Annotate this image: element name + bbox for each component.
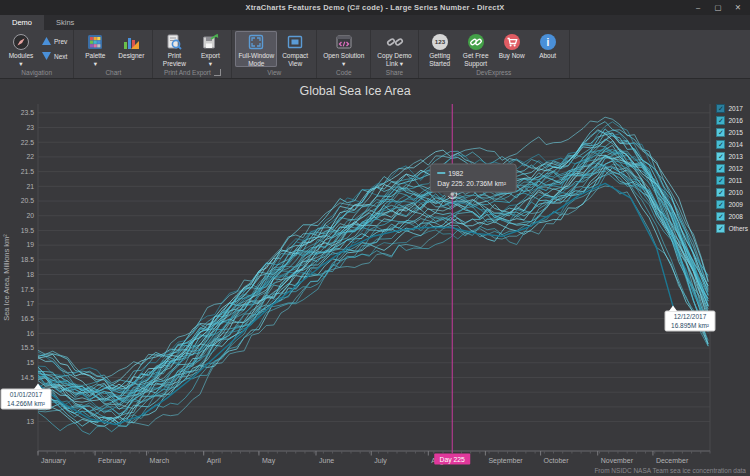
- print-preview-icon: [165, 33, 183, 51]
- tab-demo[interactable]: Demo: [0, 15, 44, 30]
- ribbon-button-label: Palette: [85, 52, 105, 60]
- ribbon-group-label: Chart: [75, 67, 151, 78]
- legend-checkbox-icon[interactable]: ✓: [716, 116, 725, 125]
- legend-checkbox-icon[interactable]: ✓: [716, 128, 725, 137]
- maximize-button[interactable]: ▢: [708, 0, 728, 15]
- x-axis: JanuaryFebruaryMarchAprilMayJuneJulyAugu…: [38, 451, 710, 465]
- series-lines[interactable]: [38, 117, 708, 434]
- ribbon-button-designer[interactable]: Designer: [113, 31, 149, 67]
- chart-canvas: Global Sea Ice Area 1313.51414.51515.516…: [0, 79, 750, 476]
- ribbon-button-prev[interactable]: Prev: [42, 37, 67, 46]
- palette-icon: [86, 33, 104, 51]
- y-tick-label: 19: [26, 241, 34, 248]
- ribbon-small-button-stack: PrevNext: [39, 31, 70, 67]
- app-window: XtraCharts Features Demo (C# code) - Lar…: [0, 0, 750, 476]
- ribbon-button-buy-now[interactable]: Buy Now: [494, 31, 530, 67]
- ribbon-button-label: ▾: [209, 60, 212, 68]
- legend-item-2013[interactable]: ✓2013: [716, 151, 748, 162]
- month-label: October: [544, 457, 570, 464]
- y-tick-label: 22.5: [21, 139, 34, 146]
- legend-checkbox-icon[interactable]: ✓: [716, 164, 725, 173]
- legend-item-2015[interactable]: ✓2015: [716, 127, 748, 138]
- legend-item-2017[interactable]: ✓2017: [716, 103, 748, 114]
- series-line[interactable]: [38, 147, 708, 391]
- legend-checkbox-icon[interactable]: ✓: [716, 212, 725, 221]
- ribbon-group-label: Share: [372, 67, 416, 78]
- link-icon: [386, 33, 404, 51]
- ribbon-button-getting-started[interactable]: 123GettingStarted: [422, 31, 458, 67]
- legend-checkbox-icon[interactable]: ✓: [716, 200, 725, 209]
- legend-label: 2015: [728, 129, 742, 136]
- ribbon-button-next[interactable]: Next: [42, 52, 67, 61]
- month-label: March: [150, 457, 170, 464]
- compact-view-icon: [286, 33, 304, 51]
- ribbon-button-export[interactable]: Export▾: [192, 31, 228, 67]
- annotation-date: 12/12/2017: [674, 313, 707, 320]
- ribbon-button-full-window-mode[interactable]: Full-WindowMode: [235, 31, 277, 67]
- series-line[interactable]: [38, 166, 708, 408]
- chart-annotation[interactable]: 12/12/201716.895M km²: [665, 306, 715, 332]
- legend-item-2011[interactable]: ✓2011: [716, 175, 748, 186]
- ribbon-button-compact-view[interactable]: CompactView: [277, 31, 313, 67]
- y-tick-label: 13: [26, 418, 34, 425]
- series-line[interactable]: [38, 155, 708, 410]
- ribbon-group-share: Copy DemoLink ▾Share: [371, 30, 418, 78]
- ribbon-button-copy-demo-link[interactable]: Copy DemoLink ▾: [374, 31, 414, 67]
- series-line[interactable]: [38, 141, 708, 393]
- ribbon-button-label: Export: [201, 52, 220, 60]
- dialog-launcher-icon[interactable]: [214, 69, 221, 76]
- series-line[interactable]: [38, 130, 708, 397]
- month-label: February: [98, 457, 127, 465]
- legend-item-2008[interactable]: ✓2008: [716, 211, 748, 222]
- series-line[interactable]: [38, 171, 708, 417]
- ribbon-button-label: Compact: [282, 52, 308, 60]
- legend-checkbox-icon[interactable]: ✓: [716, 188, 725, 197]
- ribbon-group-label: Navigation: [1, 67, 72, 78]
- annotation-value: 14.266M km²: [7, 400, 46, 407]
- crosshair-marker-dot: [450, 192, 454, 196]
- ribbon-button-get-free-support[interactable]: Get FreeSupport: [458, 31, 494, 67]
- legend-label: 2017: [728, 105, 742, 112]
- legend-item-2012[interactable]: ✓2012: [716, 163, 748, 174]
- legend-item-2014[interactable]: ✓2014: [716, 139, 748, 150]
- ribbon-button-label: ▾: [94, 60, 97, 68]
- legend-checkbox-icon[interactable]: ✓: [716, 176, 725, 185]
- legend-checkbox-icon[interactable]: ✓: [716, 104, 725, 113]
- annotation-value: 16.895M km²: [671, 322, 710, 329]
- series-line[interactable]: [38, 139, 708, 399]
- y-tick-label: 21: [26, 183, 34, 190]
- ribbon-button-label: Getting: [429, 52, 450, 60]
- legend-item-2016[interactable]: ✓2016: [716, 115, 748, 126]
- legend-checkbox-icon[interactable]: ✓: [716, 152, 725, 161]
- y-tick-label: 16.5: [21, 315, 34, 322]
- series-line[interactable]: [38, 156, 708, 403]
- full-window-icon: [247, 33, 265, 51]
- ribbon-group-view: Full-WindowModeCompactViewView: [232, 30, 317, 78]
- month-label: January: [41, 457, 66, 465]
- legend-label: 2012: [728, 165, 742, 172]
- svg-text:123: 123: [435, 38, 446, 45]
- ribbon-button-print-preview[interactable]: PrintPreview: [156, 31, 192, 67]
- legend-checkbox-icon[interactable]: ✓: [716, 224, 725, 233]
- legend-item-others[interactable]: ✓Others: [716, 223, 748, 234]
- annotation-pointer: [669, 306, 677, 312]
- minimize-button[interactable]: –: [688, 0, 708, 15]
- ribbon-button-label: About: [539, 52, 556, 60]
- legend-checkbox-icon[interactable]: ✓: [716, 140, 725, 149]
- month-label: May: [262, 457, 276, 465]
- ribbon-button-open-solution[interactable]: Open Solution▾: [320, 31, 367, 67]
- tab-skins[interactable]: Skins: [44, 15, 86, 30]
- title-bar[interactable]: XtraCharts Features Demo (C# code) - Lar…: [0, 0, 750, 15]
- ribbon-button-palette[interactable]: Palette▾: [77, 31, 113, 67]
- legend-item-2010[interactable]: ✓2010: [716, 187, 748, 198]
- close-button[interactable]: ✕: [728, 0, 748, 15]
- ribbon-button-modules[interactable]: Modules▾: [3, 31, 39, 67]
- y-tick-label: 20: [26, 212, 34, 219]
- y-tick-label: 22: [26, 153, 34, 160]
- ribbon-button-label: Copy Demo: [377, 52, 411, 60]
- tooltip-box: [430, 164, 516, 192]
- legend-item-2009[interactable]: ✓2009: [716, 199, 748, 210]
- ribbon-button-about[interactable]: iAbout: [530, 31, 566, 67]
- ribbon-button-label: Get Free: [463, 52, 489, 60]
- ribbon-group-label: View: [233, 67, 315, 78]
